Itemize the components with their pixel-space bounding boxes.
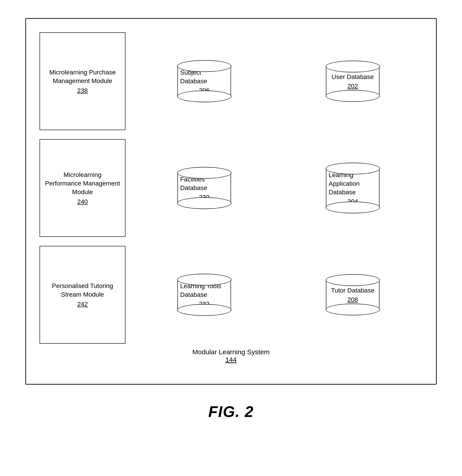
module-box-0: Microlearning Purchase Management Module…	[40, 32, 125, 130]
module-name-1: Microlearning Performance Management Mod…	[45, 170, 120, 196]
db-user-name: User Database	[332, 73, 374, 81]
module-id-1: 240	[77, 198, 88, 205]
db-tutor-bottom	[326, 304, 380, 315]
db-learning-tools-bottom	[177, 304, 231, 316]
db-user-bottom	[326, 90, 380, 102]
system-label: Modular Learning System 144	[40, 348, 422, 366]
db-facilities-bottom	[177, 197, 231, 209]
db-user: User Database 202	[283, 32, 422, 130]
module-id-2: 242	[77, 301, 88, 308]
databases-area: Subject Database 206 Facilities Database…	[134, 32, 422, 344]
module-box-1: Microlearning Performance Management Mod…	[40, 139, 125, 237]
db-subject-bottom	[177, 91, 231, 102]
db-tutor-name: Tutor Database	[331, 286, 375, 295]
db-learning-app-name: Learning Application Database	[329, 171, 377, 196]
module-id-0: 238	[77, 87, 88, 94]
db-facilities: Facilities Database 230	[134, 139, 274, 237]
module-name-0: Microlearning Purchase Management Module	[45, 68, 120, 85]
db-user-top	[326, 61, 380, 72]
db-learning-tools-top	[177, 274, 231, 286]
db-column-2: User Database 202 Learning Application D…	[283, 32, 422, 344]
db-user-id: 202	[347, 83, 358, 90]
db-subject-top	[177, 60, 231, 72]
db-tutor-id: 208	[347, 296, 358, 303]
system-name: Modular Learning System	[40, 348, 422, 356]
diagram-container: Microlearning Purchase Management Module…	[25, 18, 437, 385]
system-id: 144	[40, 356, 422, 364]
db-learning-tools: Learning Tools Database 232	[134, 246, 274, 344]
db-tutor-top	[326, 274, 380, 286]
db-facilities-top	[177, 167, 231, 179]
db-subject: Subject Database 206	[134, 32, 274, 130]
module-box-2: Personalised Tutoring Stream Module 242	[40, 246, 125, 344]
module-name-2: Personalised Tutoring Stream Module	[45, 282, 120, 299]
fig-label: FIG. 2	[208, 403, 254, 420]
db-column-1: Subject Database 206 Facilities Database…	[134, 32, 274, 344]
db-learning-app-bottom	[326, 202, 380, 213]
diagram-area: Microlearning Purchase Management Module…	[40, 32, 422, 344]
db-tutor: Tutor Database 208	[283, 246, 422, 344]
db-learning-app-top	[326, 163, 380, 174]
db-learning-app: Learning Application Database 204	[283, 139, 422, 237]
modules-column: Microlearning Purchase Management Module…	[40, 32, 125, 344]
